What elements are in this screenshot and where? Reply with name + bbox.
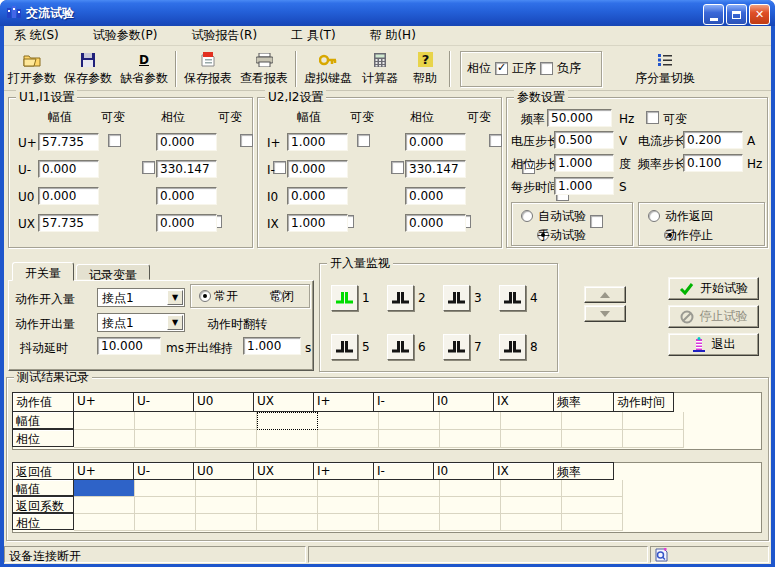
table-cell[interactable] — [318, 497, 379, 514]
table-cell[interactable] — [318, 514, 379, 531]
close-button[interactable]: ✕ — [749, 4, 770, 25]
table-cell[interactable] — [440, 497, 501, 514]
table-cell[interactable] — [562, 480, 623, 497]
table-cell[interactable] — [501, 412, 562, 430]
table-cell[interactable] — [257, 480, 318, 497]
u-minus-amp-field[interactable] — [38, 160, 99, 178]
up-button[interactable] — [584, 286, 626, 303]
table-cell[interactable] — [501, 430, 562, 448]
contact-channel-8-button[interactable] — [499, 334, 526, 360]
contact-channel-1-button[interactable] — [331, 285, 358, 311]
menu-test-params[interactable]: 试验参数(P) — [83, 25, 168, 46]
current-step-field[interactable] — [683, 131, 743, 149]
tab-record-variable[interactable]: 记录变量 — [76, 264, 150, 280]
table-cell[interactable] — [74, 480, 135, 497]
i-minus-phase-field[interactable] — [405, 160, 466, 178]
i-minus-amp-field[interactable] — [287, 160, 348, 178]
ux-amp-field[interactable] — [38, 214, 99, 232]
table-cell[interactable] — [623, 430, 684, 448]
i0-amp-field[interactable] — [287, 187, 348, 205]
table-cell[interactable] — [379, 497, 440, 514]
contact-channel-6-button[interactable] — [387, 334, 414, 360]
menu-tools[interactable]: 工 具(T) — [281, 25, 346, 46]
table-cell[interactable] — [196, 430, 257, 448]
table-cell[interactable] — [501, 514, 562, 531]
menu-test-report[interactable]: 试验报告(R) — [181, 25, 267, 46]
table-cell[interactable] — [318, 412, 379, 430]
table-cell[interactable] — [135, 497, 196, 514]
table-cell[interactable] — [562, 412, 623, 430]
frequency-field[interactable] — [547, 109, 612, 127]
chevron-down-icon[interactable]: ▼ — [167, 290, 183, 305]
menu-help[interactable]: 帮 助(H) — [360, 25, 426, 46]
maximize-button[interactable] — [726, 4, 747, 25]
table-cell[interactable] — [501, 480, 562, 497]
table-cell[interactable] — [135, 480, 196, 497]
u-plus-phase-field[interactable] — [156, 133, 217, 151]
table-cell[interactable] — [257, 497, 318, 514]
voltage-step-field[interactable] — [554, 131, 614, 149]
open-params-button[interactable]: 打开参数 — [4, 49, 60, 89]
i-plus-amp-var-checkbox[interactable] — [357, 134, 370, 147]
table-cell[interactable] — [196, 412, 257, 430]
table-cell[interactable] — [440, 412, 501, 430]
chevron-down-icon[interactable]: ▼ — [167, 315, 183, 330]
contact-channel-2-button[interactable] — [387, 285, 414, 311]
table-cell[interactable] — [257, 514, 318, 531]
table-cell[interactable] — [74, 412, 135, 430]
i-minus-amp-var-checkbox[interactable] — [391, 161, 404, 174]
table-cell[interactable] — [257, 412, 318, 430]
view-report-button[interactable]: 查看报表 — [236, 49, 292, 89]
table-cell[interactable] — [440, 480, 501, 497]
table-cell[interactable] — [623, 412, 684, 430]
u0-amp-field[interactable] — [38, 187, 99, 205]
table-cell[interactable] — [257, 430, 318, 448]
i-plus-phase-field[interactable] — [405, 133, 466, 151]
u-minus-phase-field[interactable] — [156, 160, 217, 178]
step-time-field[interactable] — [554, 177, 614, 195]
calculator-button[interactable]: 计算器 — [356, 49, 404, 89]
debounce-delay-field[interactable] — [97, 337, 161, 355]
table-cell[interactable] — [135, 430, 196, 448]
freq-var-checkbox[interactable] — [646, 111, 659, 124]
table-cell[interactable] — [562, 497, 623, 514]
u-plus-amp-field[interactable] — [38, 133, 99, 151]
table-cell[interactable] — [196, 480, 257, 497]
down-button[interactable] — [584, 305, 626, 322]
start-test-button[interactable]: 开始试验 — [668, 277, 759, 300]
action-output-combobox[interactable]: 接点1 ▼ — [97, 313, 185, 332]
table-cell[interactable] — [379, 412, 440, 430]
table-cell[interactable] — [562, 514, 623, 531]
save-report-button[interactable]: 保存报表 — [180, 49, 236, 89]
u-minus-amp-var-checkbox[interactable] — [142, 161, 155, 174]
table-cell[interactable] — [562, 430, 623, 448]
i-plus-amp-field[interactable] — [287, 133, 348, 151]
negative-seq-checkbox[interactable] — [540, 62, 553, 75]
contact-channel-5-button[interactable] — [331, 334, 358, 360]
u0-phase-field[interactable] — [156, 187, 217, 205]
table-cell[interactable] — [74, 497, 135, 514]
contact-channel-4-button[interactable] — [499, 285, 526, 311]
u-plus-phase-var-checkbox[interactable] — [240, 134, 253, 147]
help-button[interactable]: ? 帮助 — [404, 49, 446, 89]
menu-system[interactable]: 系 统(S) — [4, 25, 69, 46]
ix-amp-field[interactable] — [287, 214, 348, 232]
default-params-button[interactable]: D 缺省参数 — [116, 49, 172, 89]
table-cell[interactable] — [196, 514, 257, 531]
ix-phase-field[interactable] — [405, 214, 466, 232]
auto-test-radio[interactable] — [521, 210, 533, 222]
positive-seq-checkbox[interactable] — [495, 62, 508, 75]
output-hold-field[interactable] — [243, 337, 301, 355]
action-return-radio[interactable] — [648, 210, 660, 222]
tab-switch-quantity[interactable]: 开关量 — [12, 262, 74, 281]
phase-step-field[interactable] — [554, 154, 614, 172]
freq-step-field[interactable] — [683, 154, 743, 172]
table-cell[interactable] — [135, 412, 196, 430]
action-input-combobox[interactable]: 接点1 ▼ — [97, 288, 185, 307]
table-cell[interactable] — [379, 514, 440, 531]
i-plus-phase-var-checkbox[interactable] — [489, 134, 502, 147]
minimize-button[interactable] — [703, 4, 724, 25]
stop-test-button[interactable]: 停止试验 — [668, 305, 759, 328]
exit-button[interactable]: 退出 — [668, 333, 759, 356]
table-cell[interactable] — [74, 514, 135, 531]
